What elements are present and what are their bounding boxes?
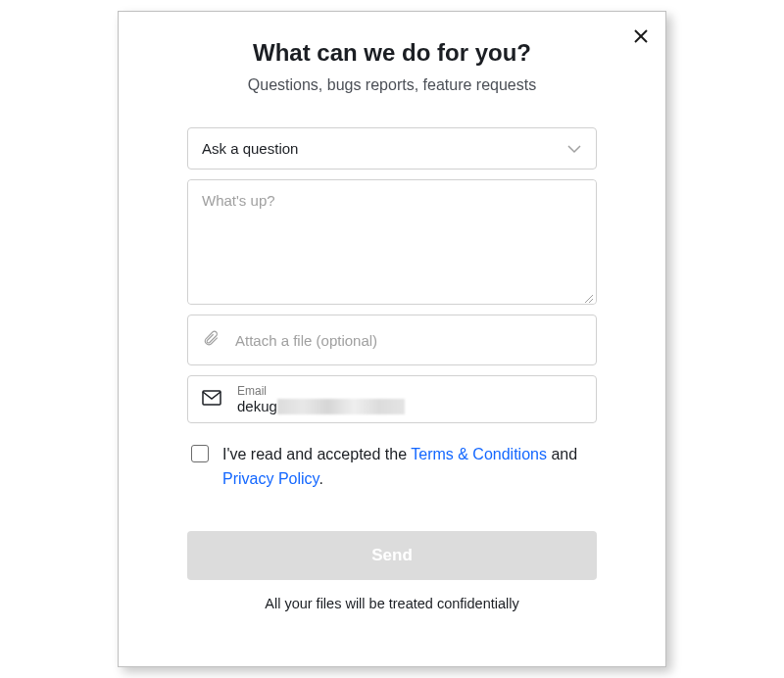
mail-icon bbox=[202, 390, 221, 410]
email-field[interactable]: Email dekug bbox=[187, 375, 597, 423]
email-value: dekug bbox=[237, 398, 582, 414]
close-button[interactable] bbox=[630, 25, 652, 47]
contact-modal: What can we do for you? Questions, bugs … bbox=[118, 11, 666, 667]
footer-note: All your files will be treated confident… bbox=[187, 596, 597, 611]
consent-middle: and bbox=[547, 446, 577, 462]
modal-header: What can we do for you? Questions, bugs … bbox=[187, 39, 597, 94]
terms-link[interactable]: Terms & Conditions bbox=[411, 446, 547, 462]
chevron-down-icon bbox=[566, 140, 582, 157]
consent-text: I've read and accepted the Terms & Condi… bbox=[222, 443, 597, 492]
consent-row: I've read and accepted the Terms & Condi… bbox=[187, 443, 597, 492]
consent-checkbox[interactable] bbox=[191, 445, 209, 462]
message-field-container bbox=[187, 179, 597, 305]
paperclip-icon bbox=[202, 329, 220, 351]
privacy-link[interactable]: Privacy Policy bbox=[222, 470, 318, 487]
consent-suffix: . bbox=[318, 470, 322, 487]
category-select[interactable]: Ask a question bbox=[187, 127, 597, 170]
message-textarea[interactable] bbox=[188, 180, 596, 304]
email-content: Email dekug bbox=[237, 384, 582, 414]
modal-subtitle: Questions, bugs reports, feature request… bbox=[187, 76, 597, 94]
svg-rect-4 bbox=[203, 391, 220, 405]
modal-title: What can we do for you? bbox=[187, 39, 597, 67]
category-selected-label: Ask a question bbox=[202, 140, 298, 157]
consent-prefix: I've read and accepted the bbox=[222, 446, 411, 462]
attach-file-button[interactable]: Attach a file (optional) bbox=[187, 315, 597, 365]
send-button[interactable]: Send bbox=[187, 531, 597, 580]
close-icon bbox=[634, 29, 648, 43]
attach-label: Attach a file (optional) bbox=[235, 332, 377, 349]
email-label: Email bbox=[237, 384, 582, 398]
email-redacted bbox=[277, 399, 405, 414]
email-visible-text: dekug bbox=[237, 398, 277, 414]
